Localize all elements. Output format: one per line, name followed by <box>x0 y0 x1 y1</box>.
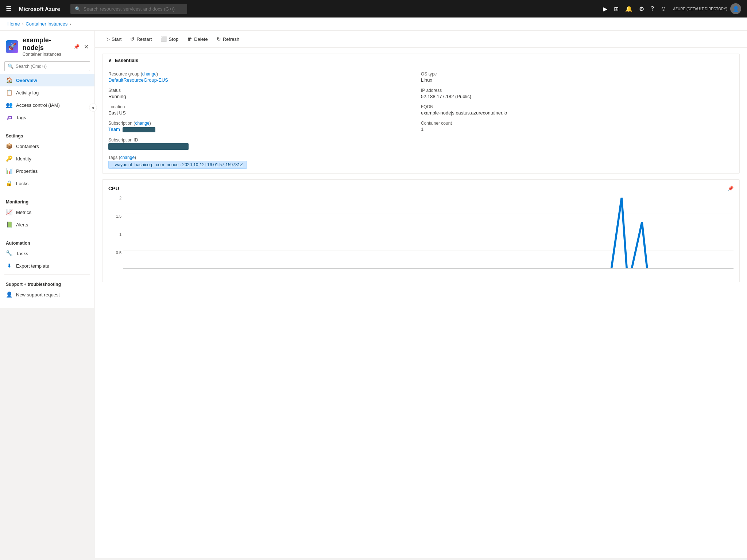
tags-change-link[interactable]: change <box>120 155 135 160</box>
ip-address-label: IP address <box>421 88 734 93</box>
subscription-change-link[interactable]: change <box>135 121 149 126</box>
sidebar-item-overview[interactable]: 🏠 Overview <box>0 74 94 86</box>
sidebar-item-properties[interactable]: 📊 Properties <box>0 165 94 177</box>
automation-section-label: Automation <box>0 236 94 247</box>
status-value: Running <box>108 94 421 99</box>
sidebar-item-label: Properties <box>16 168 38 174</box>
tag-badge: _waypoint_hashicorp_com_nonce : 2020-10-… <box>108 161 247 169</box>
sidebar-item-tasks[interactable]: 🔧 Tasks <box>0 247 94 260</box>
hamburger-menu-icon[interactable]: ☰ <box>6 5 12 13</box>
stop-icon: ⬜ <box>160 36 167 42</box>
chart-y-label-1: 1 <box>108 232 121 237</box>
chart-y-label-0-5: 0.5 <box>108 250 121 255</box>
sidebar-item-activity-log[interactable]: 📋 Activity log <box>0 86 94 99</box>
tasks-icon: 🔧 <box>6 250 12 257</box>
sidebar-item-metrics[interactable]: 📈 Metrics <box>0 206 94 218</box>
chart-pin-icon[interactable]: 📌 <box>727 186 734 191</box>
start-button[interactable]: ▷ Start <box>102 34 125 44</box>
restart-button[interactable]: ↺ Restart <box>127 34 155 44</box>
chart-plot <box>123 196 734 269</box>
resource-group-label: Resource group (change) <box>108 71 421 77</box>
settings-gear-icon[interactable]: ⚙ <box>639 5 644 12</box>
pin-icon[interactable]: 📌 <box>73 44 80 50</box>
resource-info: example-nodejs Container instances <box>23 36 69 57</box>
automation-divider <box>4 233 90 233</box>
refresh-button[interactable]: ↻ Refresh <box>213 34 243 44</box>
metrics-icon: 📈 <box>6 209 12 215</box>
content-area: ▷ Start ↺ Restart ⬜ Stop 🗑 Delete ↻ Refr… <box>95 31 747 558</box>
sidebar-item-label: Export template <box>16 263 49 269</box>
location-value: East US <box>108 110 421 116</box>
status-label: Status <box>108 88 421 93</box>
sidebar-item-identity[interactable]: 🔑 Identity <box>0 152 94 165</box>
resource-group-change-link[interactable]: change <box>142 71 156 77</box>
help-icon[interactable]: ? <box>651 5 654 12</box>
delete-button[interactable]: 🗑 Delete <box>183 34 212 44</box>
notifications-icon[interactable]: 🔔 <box>625 5 632 12</box>
main-layout: 🚀 example-nodejs Container instances 📌 ✕… <box>0 31 747 558</box>
topnav-icon-group: ▶ ⊞ 🔔 ⚙ ? ☺ AZURE (DEFAULT DIRECTORY) 👤 <box>603 3 741 14</box>
essentials-right-col: OS type Linux IP address 52.188.177.182 … <box>421 71 734 169</box>
sidebar-item-access-control[interactable]: 👥 Access control (IAM) <box>0 99 94 111</box>
properties-icon: 📊 <box>6 168 12 174</box>
tags-item: Tags (change) _waypoint_hashicorp_com_no… <box>108 155 421 169</box>
ip-address-value: 52.188.177.182 (Public) <box>421 94 734 99</box>
essentials-header[interactable]: ∧ Essentials <box>102 54 739 67</box>
search-icon: 🔍 <box>75 6 81 12</box>
delete-label: Delete <box>194 36 208 42</box>
chart-y-label-1-5: 1.5 <box>108 214 121 218</box>
feedback-icon[interactable]: ☺ <box>661 5 666 12</box>
tags-icon: 🏷 <box>6 114 12 121</box>
fqdn-value: example-nodejs.eastus.azurecontainer.io <box>421 110 734 116</box>
sidebar-item-label: Tags <box>16 115 26 120</box>
global-search-box[interactable]: 🔍 <box>70 4 187 14</box>
refresh-icon: ↻ <box>217 36 221 42</box>
sidebar-item-label: Overview <box>16 78 37 83</box>
resource-group-link[interactable]: DefaultResourceGroup-EUS <box>108 77 168 83</box>
sidebar-search-box[interactable]: 🔍 <box>4 61 90 71</box>
container-count-item: Container count 1 <box>421 121 734 132</box>
resource-group-item: Resource group (change) DefaultResourceG… <box>108 71 421 83</box>
sidebar-item-label: Alerts <box>16 222 28 228</box>
portal-settings-icon[interactable]: ⊞ <box>614 5 619 12</box>
sidebar-item-label: New support request <box>16 292 60 298</box>
sidebar-search-input[interactable] <box>16 64 87 69</box>
top-navigation: ☰ Microsoft Azure 🔍 ▶ ⊞ 🔔 ⚙ ? ☺ AZURE (D… <box>0 0 747 18</box>
activity-log-icon: 📋 <box>6 89 12 96</box>
subscription-value: Team <box>108 127 421 132</box>
sidebar-item-locks[interactable]: 🔒 Locks <box>0 177 94 190</box>
sidebar-item-alerts[interactable]: 📗 Alerts <box>0 218 94 231</box>
essentials-title: Essentials <box>115 58 138 63</box>
breadcrumb: Home › Container instances › <box>0 18 747 31</box>
sidebar-item-containers[interactable]: 📦 Containers <box>0 140 94 152</box>
search-input[interactable] <box>84 6 183 12</box>
avatar[interactable]: 👤 <box>730 3 741 14</box>
sidebar-item-tags[interactable]: 🏷 Tags <box>0 111 94 124</box>
refresh-label: Refresh <box>223 36 240 42</box>
resource-icon: 🚀 <box>6 40 18 53</box>
containers-icon: 📦 <box>6 143 12 149</box>
subscription-id-item: Subscription ID <box>108 137 421 150</box>
breadcrumb-home[interactable]: Home <box>7 21 20 27</box>
tags-value: _waypoint_hashicorp_com_nonce : 2020-10-… <box>108 161 421 169</box>
cloud-shell-icon[interactable]: ▶ <box>603 5 607 12</box>
brand-name: Microsoft Azure <box>19 6 60 12</box>
location-label: Location <box>108 104 421 109</box>
user-profile[interactable]: AZURE (DEFAULT DIRECTORY) 👤 <box>673 3 741 14</box>
breadcrumb-container-instances[interactable]: Container instances <box>26 21 67 27</box>
sidebar-collapse-button[interactable]: « <box>89 104 95 112</box>
close-icon[interactable]: ✕ <box>84 43 89 50</box>
sidebar-item-export-template[interactable]: ⬇ Export template <box>0 260 94 272</box>
support-divider <box>4 274 90 275</box>
subscription-link[interactable]: Team <box>108 127 120 132</box>
sidebar-item-label: Locks <box>16 181 28 186</box>
monitoring-section-label: Monitoring <box>0 194 94 206</box>
access-control-icon: 👥 <box>6 102 12 108</box>
chart-area: 2 1.5 1 0.5 <box>108 196 734 276</box>
sidebar-item-new-support[interactable]: 👤 New support request <box>0 288 94 301</box>
restart-icon: ↺ <box>130 36 135 42</box>
support-section-label: Support + troubleshooting <box>0 277 94 288</box>
subscription-label: Subscription (change) <box>108 121 421 126</box>
tags-label: Tags (change) <box>108 155 421 160</box>
stop-button[interactable]: ⬜ Stop <box>157 34 182 44</box>
